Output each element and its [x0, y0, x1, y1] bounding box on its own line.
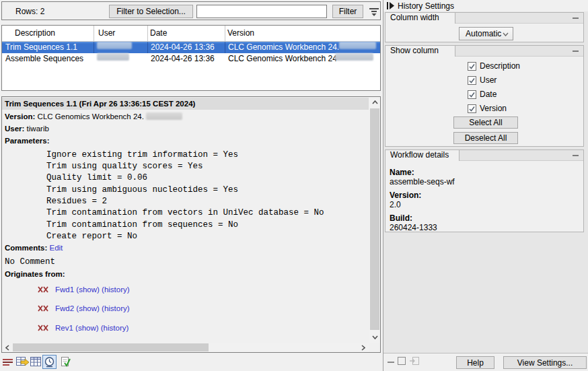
- origin-history-link[interactable]: (history): [101, 324, 129, 332]
- workflow-name-label: Name:: [390, 168, 414, 177]
- column-divider[interactable]: [225, 26, 225, 41]
- edit-comments-link[interactable]: Edit: [49, 244, 63, 252]
- redacted-version: [339, 42, 376, 49]
- origin-name-link[interactable]: Rev1: [55, 324, 73, 332]
- parameter-line: Trim contamination from sequences = No: [46, 220, 238, 230]
- collapse-group-icon[interactable]: [573, 50, 579, 52]
- redacted-user: [97, 53, 129, 61]
- workflow-name-value: assemble-seqs-wf: [390, 177, 455, 187]
- scissors-icon: [38, 305, 49, 312]
- table-row-trim-sequences[interactable]: Trim Sequences 1.1 2024-04-26 13:36 CLC …: [2, 42, 380, 53]
- cell-description: Assemble Sequences: [5, 53, 83, 65]
- cell-description: Trim Sequences 1.1: [5, 42, 77, 53]
- settings-panel-header: History Settings: [383, 0, 588, 11]
- scroll-right-button[interactable]: [358, 343, 369, 352]
- column-divider[interactable]: [147, 26, 148, 41]
- redacted-version: [146, 112, 182, 120]
- help-button[interactable]: Help: [456, 356, 494, 369]
- scissors-icon: [38, 325, 49, 331]
- parameter-line: Quality limit = 0.06: [46, 173, 147, 182]
- scroll-up-button[interactable]: [369, 97, 380, 108]
- parameter-line: Ignore existing trim information = Yes: [46, 150, 238, 160]
- origin-row: Fwd2 (show) (history): [38, 304, 130, 312]
- parameter-line: Trim contamination from vectors in UniVe…: [46, 208, 324, 217]
- workflow-details-group-title: Workflow details: [385, 150, 460, 161]
- origin-show-link[interactable]: (show): [76, 304, 100, 312]
- report-view-icon[interactable]: [59, 356, 71, 370]
- entry-title-band: Trim Sequences 1.1 (Fri Apr 26 13:36:15 …: [2, 98, 369, 110]
- filter-to-selection-button[interactable]: Filter to Selection...: [109, 5, 193, 18]
- origin-history-link[interactable]: (history): [102, 285, 130, 294]
- column-width-dropdown[interactable]: Automatic: [459, 27, 513, 40]
- redacted-user: [97, 42, 132, 49]
- column-header-date[interactable]: Date: [150, 28, 167, 38]
- column-width-group-title: Column width: [385, 13, 455, 24]
- show-column-group-title: Show column: [385, 46, 455, 57]
- checkbox[interactable]: [468, 62, 476, 71]
- history-table: Description User Date Version Trim Seque…: [1, 25, 381, 91]
- origin-history-link[interactable]: (history): [102, 304, 130, 312]
- comment-text: No Comment: [5, 257, 55, 267]
- cell-date: 2024-04-26 13:36: [151, 53, 215, 65]
- collapse-group-icon[interactable]: [573, 155, 579, 156]
- workflow-build-label: Build:: [390, 213, 412, 223]
- table-view-icon[interactable]: [30, 356, 42, 369]
- history-view-icon-selected[interactable]: [42, 355, 57, 369]
- scroll-down-button[interactable]: [369, 332, 380, 343]
- comments-line: Comments: Edit: [5, 244, 63, 252]
- table-row-assemble-sequences[interactable]: Assemble Sequences 2024-04-26 13:36 CLC …: [2, 53, 380, 65]
- origin-name-link[interactable]: Fwd1: [55, 285, 74, 294]
- parameter-line: Create report = No: [46, 232, 137, 241]
- filter-input[interactable]: [196, 5, 327, 18]
- deselect-all-button[interactable]: Deselect All: [453, 132, 518, 144]
- version-line: Version: CLC Genomics Workbench 24.: [5, 112, 182, 121]
- checkbox[interactable]: [468, 90, 476, 99]
- workflow-version-value: 2.0: [390, 200, 401, 209]
- workflow-details-group: Workflow details Name: assemble-seqs-wf …: [385, 149, 584, 232]
- parameters-label: Parameters:: [5, 137, 49, 145]
- cell-date: 2024-04-26 13:36: [151, 42, 215, 53]
- collapse-panel-icon[interactable]: [387, 2, 396, 11]
- cell-version: CLC Genomics Workbench 24: [228, 53, 337, 65]
- user-line: User: tiwarib: [5, 125, 49, 133]
- column-divider[interactable]: [94, 26, 94, 41]
- parameter-line: Trim using quality scores = Yes: [46, 162, 203, 171]
- scroll-left-button[interactable]: [2, 343, 12, 352]
- origin-row: Fwd1 (show) (history): [38, 285, 130, 294]
- column-header-description[interactable]: Description: [15, 28, 55, 38]
- side-settings-panel: History Settings Column width Automatic …: [383, 0, 588, 371]
- horizontal-scrollbar[interactable]: [2, 343, 369, 352]
- history-lines-view-icon[interactable]: [2, 357, 14, 370]
- horizontal-scroll-thumb[interactable]: [13, 343, 209, 351]
- show-column-group: Show column Description User Date Versio…: [385, 45, 584, 147]
- parameter-line: Trim using ambiguous nucleotides = Yes: [46, 185, 238, 195]
- filter-button[interactable]: Filter: [332, 5, 363, 18]
- workflow-version-label: Version:: [390, 191, 421, 200]
- vertical-scroll-thumb[interactable]: [370, 108, 379, 330]
- origin-row: Rev1 (show) (history): [38, 324, 128, 332]
- table-filter-toolbar: Rows: 2 Filter to Selection... Filter: [1, 1, 381, 20]
- column-header-version[interactable]: Version: [227, 28, 254, 38]
- table-header: Description User Date Version: [2, 26, 380, 42]
- origin-show-link[interactable]: (show): [75, 324, 99, 332]
- scissors-icon: [38, 286, 49, 293]
- redacted-version: [335, 53, 373, 61]
- select-all-button[interactable]: Select All: [453, 116, 518, 129]
- column-header-user[interactable]: User: [98, 28, 115, 38]
- collapse-group-icon[interactable]: [573, 18, 579, 19]
- checkbox[interactable]: [468, 104, 476, 113]
- checkbox[interactable]: [468, 76, 476, 85]
- dock-settings-icon[interactable]: [410, 357, 419, 367]
- float-settings-icon[interactable]: [398, 357, 406, 365]
- minimize-settings-icon[interactable]: [388, 362, 394, 363]
- table-export-view-icon[interactable]: [15, 356, 30, 370]
- rows-count-label: Rows: 2: [15, 7, 44, 16]
- column-width-group: Column width Automatic: [385, 12, 584, 42]
- origin-show-link[interactable]: (show): [76, 285, 100, 294]
- advanced-filter-icon[interactable]: [368, 6, 380, 20]
- origin-name-link[interactable]: Fwd2: [55, 304, 74, 312]
- view-settings-button[interactable]: View Settings...: [503, 356, 587, 369]
- settings-panel-title: History Settings: [398, 1, 454, 11]
- vertical-scrollbar[interactable]: [369, 97, 380, 343]
- workflow-build-value: 260424-1333: [390, 223, 437, 232]
